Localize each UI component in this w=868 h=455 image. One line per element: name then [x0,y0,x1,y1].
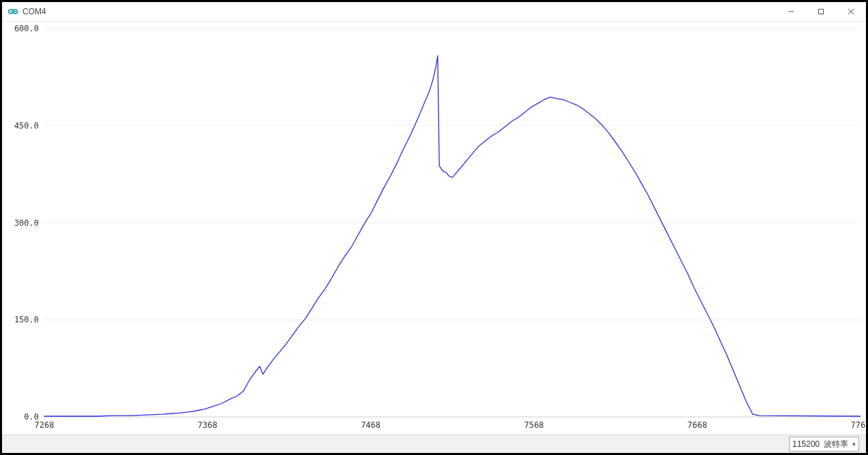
svg-text:300.0: 300.0 [14,218,39,228]
arduino-icon [7,6,18,17]
serial-plot: 0.0150.0300.0450.0600.072687368746875687… [2,22,866,435]
svg-text:7468: 7468 [361,420,381,430]
svg-text:7668: 7668 [688,420,707,430]
close-icon [848,8,854,15]
svg-text:600.0: 600.0 [14,24,39,33]
footer-bar: 115200 波特率 ▾ [2,435,866,453]
baud-value: 115200 [792,439,820,449]
maximize-icon [818,8,824,15]
window-title: COM4 [22,7,46,16]
close-button[interactable] [836,2,866,21]
maximize-button[interactable] [806,2,836,21]
svg-rect-6 [819,10,824,14]
svg-text:7368: 7368 [197,420,217,430]
plot-canvas: 0.0150.0300.0450.0600.072687368746875687… [2,22,866,436]
svg-text:150.0: 150.0 [14,315,39,324]
baud-rate-select[interactable]: 115200 波特率 ▾ [789,437,859,452]
svg-text:7268: 7268 [35,420,54,430]
title-bar: COM4 [2,2,866,22]
svg-text:7768: 7768 [851,420,866,430]
app-window: COM4 0.0150.0300.0450.0600.0726873687468… [0,0,868,455]
chevron-down-icon: ▾ [852,441,856,448]
minimize-icon [788,8,794,15]
svg-text:450.0: 450.0 [14,121,39,131]
svg-text:7568: 7568 [524,420,544,430]
minimize-button[interactable] [776,2,806,21]
baud-label: 波特率 [824,439,848,450]
